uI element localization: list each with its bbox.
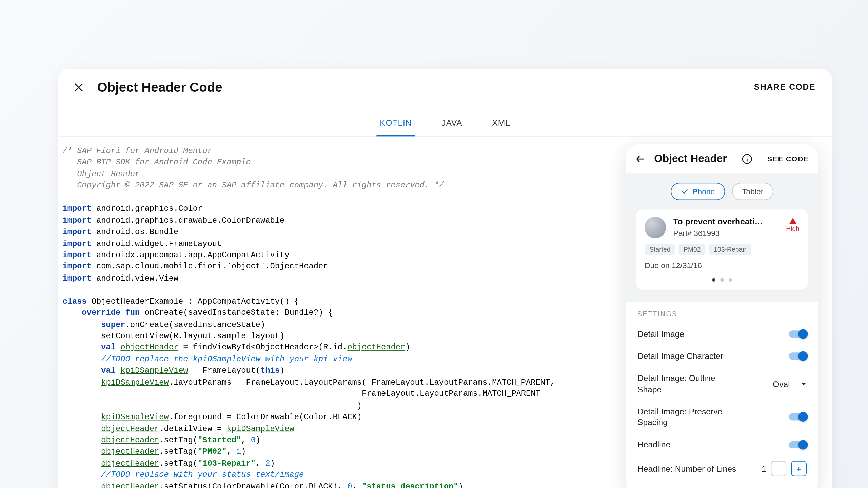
- toggle-preserve-spacing[interactable]: [789, 413, 807, 421]
- setting-detail-image: Detail Image: [637, 323, 807, 345]
- due-date: Due on 12/31/16: [645, 261, 800, 270]
- svg-point-5: [747, 156, 748, 157]
- tag-chip: Started: [645, 244, 675, 255]
- setting-headline-lines: Headline: Number of Lines 1 − +: [637, 456, 807, 482]
- preview-subhead: Part# 361993: [673, 229, 799, 238]
- form-factor-phone[interactable]: Phone: [671, 183, 725, 200]
- settings-label: SETTINGS: [637, 310, 807, 317]
- tag-chip: 103-Repair: [709, 244, 751, 255]
- preview-panel: Object Header SEE CODE Phone Tablet: [626, 144, 818, 488]
- code-tabs: KOTLIN JAVA XML: [58, 112, 832, 137]
- tag-chip: PM02: [679, 244, 706, 255]
- info-icon[interactable]: [741, 153, 753, 165]
- object-header-preview: To prevent overheati… Part# 361993 High …: [636, 209, 808, 290]
- preview-title: Object Header: [654, 152, 733, 165]
- detail-image: [645, 217, 666, 238]
- toggle-detail-image-character[interactable]: [789, 353, 807, 360]
- setting-preserve-spacing: Detail Image: Preserve Spacing: [637, 401, 807, 434]
- tab-kotlin[interactable]: KOTLIN: [376, 112, 415, 136]
- preview-header: Object Header SEE CODE: [626, 144, 818, 173]
- page-dot[interactable]: [720, 278, 724, 282]
- form-factor-tablet[interactable]: Tablet: [732, 183, 773, 200]
- share-code-button[interactable]: SHARE CODE: [754, 82, 816, 92]
- code-panel-title: Object Header Code: [97, 80, 222, 95]
- stepper-plus[interactable]: +: [791, 461, 807, 476]
- form-factor-toggle: Phone Tablet: [636, 183, 808, 200]
- close-icon[interactable]: [72, 81, 85, 94]
- warning-icon: [789, 217, 797, 225]
- page-dot[interactable]: [729, 278, 732, 282]
- setting-outline-shape: Detail Image: Outline Shape Oval: [637, 367, 807, 401]
- settings-area: SETTINGS Detail Image Detail Image Chara…: [626, 302, 818, 482]
- check-icon: [681, 187, 689, 195]
- chevron-down-icon: [801, 381, 807, 387]
- setting-detail-image-character: Detail Image Character: [637, 345, 807, 367]
- see-code-button[interactable]: SEE CODE: [767, 155, 809, 163]
- priority-indicator: High: [786, 217, 800, 232]
- preview-area: Phone Tablet To prevent overheati… Part#…: [626, 173, 818, 302]
- stepper-minus[interactable]: −: [771, 461, 787, 476]
- stepper-headline-lines: 1 − +: [762, 461, 807, 476]
- code-panel-header: Object Header Code SHARE CODE: [58, 69, 832, 95]
- back-icon[interactable]: [635, 153, 646, 164]
- tab-java[interactable]: JAVA: [438, 112, 466, 136]
- page-dot[interactable]: [712, 278, 716, 282]
- select-outline-shape[interactable]: Oval: [773, 379, 807, 389]
- page-dots: [645, 278, 800, 282]
- setting-headline: Headline: [637, 434, 807, 456]
- toggle-headline[interactable]: [789, 441, 807, 448]
- toggle-detail-image[interactable]: [789, 331, 807, 338]
- tag-row: Started PM02 103-Repair: [645, 244, 800, 255]
- tab-xml[interactable]: XML: [489, 112, 514, 136]
- preview-headline: To prevent overheati…: [673, 217, 799, 226]
